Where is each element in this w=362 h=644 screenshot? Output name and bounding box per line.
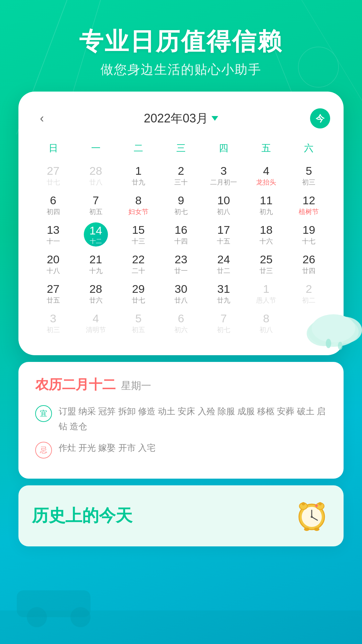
header-section: 专业日历值得信赖 做您身边生活的贴心小助手	[0, 0, 362, 92]
table-row[interactable]: 27廿七	[32, 161, 74, 191]
table-row[interactable]: 2三十	[160, 161, 202, 191]
detail-lunar-date: 农历二月十二	[35, 375, 116, 394]
table-row[interactable]: 5初五	[117, 309, 160, 338]
table-row[interactable]: 4清明节	[74, 309, 117, 338]
history-title-highlight: 今天	[99, 506, 132, 525]
weekdays-header: 日 一 二 三 四 五 六	[32, 139, 330, 158]
table-row[interactable]: 19十七	[288, 220, 330, 250]
svg-point-8	[27, 607, 47, 627]
header-title: 专业日历值得信赖	[0, 27, 362, 56]
table-row[interactable]: 8初八	[245, 309, 288, 338]
calendar-title[interactable]: 2022年03月	[144, 110, 218, 127]
table-row[interactable]: 22二十	[117, 250, 160, 279]
weekday-sun: 日	[32, 139, 74, 158]
history-title: 历史上的今天	[32, 504, 132, 527]
table-row[interactable]: 31廿九	[202, 279, 245, 309]
ji-badge: 忌	[35, 442, 52, 459]
table-row[interactable]: 4龙抬头	[245, 161, 288, 191]
table-row[interactable]: 10初八	[202, 191, 245, 220]
detail-section: 农历二月十二 星期一 宜 订盟 纳采 冠笄 拆卸 修造 动土 安床 入殓 除服 …	[18, 362, 344, 478]
ji-row: 忌 作灶 开光 嫁娶 开市 入宅	[35, 440, 330, 459]
svg-point-26	[314, 528, 319, 531]
table-row[interactable]: 3二月初一	[202, 161, 245, 191]
svg-point-20	[311, 516, 313, 518]
header-subtitle: 做您身边生活的贴心小助手	[0, 61, 362, 78]
table-row[interactable]: 18十六	[245, 220, 288, 250]
table-row[interactable]: 1廿九	[117, 161, 160, 191]
table-row[interactable]: 2初二	[288, 279, 330, 309]
detail-date-row: 农历二月十二 星期一	[35, 375, 330, 394]
svg-point-9	[70, 607, 90, 627]
weekday-thu: 四	[202, 139, 245, 158]
weekday-sat: 六	[288, 139, 330, 158]
month-year-label: 2022年03月	[144, 110, 208, 127]
table-row[interactable]: 21十九	[74, 250, 117, 279]
selected-date-cell[interactable]: 14 十二 14十二	[74, 220, 117, 250]
today-button[interactable]: 今	[310, 108, 330, 128]
table-row[interactable]: 12植树节	[288, 191, 330, 220]
svg-text:★: ★	[314, 503, 319, 508]
table-row[interactable]: 7初七	[202, 309, 245, 338]
table-row[interactable]: 13十一	[32, 220, 74, 250]
svg-point-15	[338, 342, 343, 350]
table-row[interactable]: 8妇女节	[117, 191, 160, 220]
ji-text: 作灶 开光 嫁娶 开市 入宅	[59, 440, 330, 455]
table-row[interactable]: 15十三	[117, 220, 160, 250]
selected-circle: 14 十二	[84, 222, 108, 247]
svg-point-25	[304, 528, 309, 531]
table-row[interactable]: 27廿五	[32, 279, 74, 309]
weekday-tue: 二	[117, 139, 160, 158]
svg-rect-7	[17, 590, 90, 617]
calendar-grid: 27廿七 28廿八 1廿九 2三十 3二月初一 4龙抬头 5初三 6初四 7初五…	[32, 161, 330, 338]
table-row[interactable]: 28廿六	[74, 279, 117, 309]
table-row[interactable]: 26廿四	[288, 250, 330, 279]
table-row[interactable]: 17十五	[202, 220, 245, 250]
detail-weekday: 星期一	[121, 379, 151, 393]
table-row[interactable]: 3初三	[32, 309, 74, 338]
history-title-prefix: 历史上的	[32, 506, 99, 525]
table-row[interactable]: 16十四	[160, 220, 202, 250]
table-row[interactable]: 6初六	[160, 309, 202, 338]
table-row[interactable]: 24廿二	[202, 250, 245, 279]
table-row[interactable]: 29廿七	[117, 279, 160, 309]
table-row[interactable]: 9初七	[160, 191, 202, 220]
table-row[interactable]: 7初五	[74, 191, 117, 220]
dropdown-arrow-icon	[212, 116, 218, 121]
yi-badge: 宜	[35, 405, 52, 422]
table-row[interactable]: 28廿八	[74, 161, 117, 191]
svg-point-14	[326, 339, 331, 348]
weekday-mon: 一	[74, 139, 117, 158]
history-section[interactable]: 历史上的今天 ★	[18, 485, 344, 546]
svg-point-24	[318, 502, 322, 505]
table-row[interactable]: 20十八	[32, 250, 74, 279]
table-row[interactable]: 1愚人节	[245, 279, 288, 309]
table-row[interactable]: 23廿一	[160, 250, 202, 279]
svg-rect-6	[0, 610, 362, 644]
calendar-card: ‹ 2022年03月 今 日 一 二 三 四 五 六 27廿七 28廿八 1廿九…	[18, 92, 344, 355]
alarm-clock-icon: ★	[293, 497, 330, 534]
table-row[interactable]: 5初三	[288, 161, 330, 191]
table-row[interactable]: 25廿三	[245, 250, 288, 279]
svg-point-23	[302, 502, 305, 505]
table-row[interactable]: 30廿八	[160, 279, 202, 309]
table-row	[288, 309, 330, 338]
svg-point-13	[312, 314, 355, 342]
calendar-header: ‹ 2022年03月 今	[32, 108, 330, 128]
table-row[interactable]: 6初四	[32, 191, 74, 220]
table-row[interactable]: 11初九	[245, 191, 288, 220]
yi-row: 宜 订盟 纳采 冠笄 拆卸 修造 动土 安床 入殓 除服 成服 移柩 安葬 破土…	[35, 404, 330, 433]
yi-text: 订盟 纳采 冠笄 拆卸 修造 动土 安床 入殓 除服 成服 移柩 安葬 破土 启…	[59, 404, 330, 433]
weekday-fri: 五	[245, 139, 288, 158]
prev-month-button[interactable]: ‹	[32, 108, 52, 128]
weekday-wed: 三	[160, 139, 202, 158]
